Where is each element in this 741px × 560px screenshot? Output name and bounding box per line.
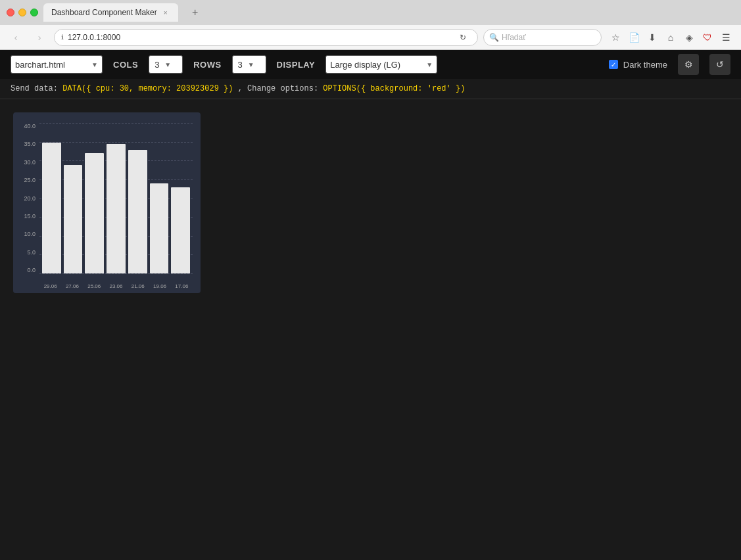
search-bar[interactable]: 🔍 Hľadať	[483, 29, 602, 46]
chart-bars	[39, 123, 193, 273]
nav-bar: ‹ › ℹ 127.0.0.1:8000 ↻ 🔍 Hľadať ☆ 📄 ⬇ ⌂ …	[0, 25, 741, 50]
chart-x-axis: 29.06 27.06 25.06 23.06 21.06 19.06 17.0…	[39, 283, 193, 289]
rows-label: ROWS	[193, 60, 221, 70]
info-data-code: DATA({ cpu: 30, memory: 203923029 })	[62, 84, 233, 93]
title-bar: Dashboard Component Maker × +	[0, 0, 741, 25]
display-arrow-icon: ▼	[426, 61, 433, 68]
cols-selector[interactable]: 3 ▼	[149, 55, 183, 74]
grid-line-bottom	[39, 273, 193, 274]
new-tab-button[interactable]: +	[186, 3, 204, 22]
y-label-5: 5.0	[27, 249, 36, 256]
bar-2706	[64, 165, 83, 273]
info-static-text: Send data:	[11, 84, 58, 93]
y-label-15: 15.0	[24, 213, 36, 220]
chart-y-axis: 40.0 35.0 30.0 25.0 20.0 15.0 10.0 5.0 0…	[13, 123, 39, 273]
main-content: 40.0 35.0 30.0 25.0 20.0 15.0 10.0 5.0 0…	[0, 99, 741, 494]
download-button[interactable]: ⬇	[644, 29, 661, 46]
tab-close-button[interactable]: ×	[161, 8, 170, 17]
file-selector[interactable]: barchart.html ▼	[11, 55, 103, 74]
rows-arrow-icon: ▼	[248, 61, 254, 68]
chart-container: 40.0 35.0 30.0 25.0 20.0 15.0 10.0 5.0 0…	[13, 112, 201, 293]
refresh-button[interactable]: ↺	[709, 54, 730, 75]
home-button[interactable]: ⌂	[662, 29, 679, 46]
app-toolbar: barchart.html ▼ COLS 3 ▼ ROWS 3 ▼ DISPLA…	[0, 50, 741, 79]
minimize-window-button[interactable]	[18, 9, 26, 16]
nav-icons: ☆ 📄 ⬇ ⌂ ◈ 🛡 ☰	[607, 29, 734, 46]
x-label-2506: 25.06	[87, 283, 101, 289]
search-icon: 🔍	[489, 33, 499, 42]
cols-value: 3	[155, 60, 159, 70]
reload-button[interactable]: ↻	[455, 30, 471, 45]
bar-2906	[42, 143, 61, 273]
back-icon: ‹	[14, 32, 18, 43]
y-label-40: 40.0	[24, 123, 36, 129]
x-label-1706: 17.06	[175, 283, 188, 289]
dark-theme-label: Dark theme	[623, 60, 667, 70]
browser-tab[interactable]: Dashboard Component Maker ×	[43, 3, 178, 22]
forward-icon: ›	[38, 32, 41, 43]
display-label: DISPLAY	[277, 60, 316, 70]
y-label-20: 20.0	[24, 195, 36, 202]
bar-2106	[128, 150, 147, 273]
pocket-button[interactable]: ◈	[681, 29, 698, 46]
menu-button[interactable]: ☰	[717, 29, 734, 46]
cols-label: COLS	[113, 60, 138, 70]
search-placeholder: Hľadať	[502, 33, 526, 42]
dark-theme-checkbox[interactable]: ✓	[609, 60, 618, 69]
rows-selector[interactable]: 3 ▼	[232, 55, 266, 74]
ublock-button[interactable]: 🛡	[699, 29, 716, 46]
refresh-icon: ↺	[716, 59, 724, 70]
info-bar: Send data: DATA({ cpu: 30, memory: 20392…	[0, 79, 741, 99]
reading-mode-button[interactable]: 📄	[625, 29, 642, 46]
y-label-30: 30.0	[24, 159, 36, 166]
bar-1906	[150, 183, 169, 273]
forward-button[interactable]: ›	[30, 28, 49, 47]
info-icon: ℹ	[61, 34, 64, 41]
rows-value: 3	[238, 60, 243, 70]
back-button[interactable]: ‹	[7, 28, 25, 47]
file-value: barchart.html	[15, 60, 65, 70]
settings-icon: ⚙	[684, 59, 693, 70]
settings-button[interactable]: ⚙	[678, 54, 699, 75]
y-label-10: 10.0	[24, 231, 36, 237]
bookmark-star-button[interactable]: ☆	[607, 29, 624, 46]
x-label-2106: 21.06	[131, 283, 145, 289]
file-select-arrow-icon: ▼	[91, 61, 98, 68]
y-label-0: 0.0	[27, 267, 36, 273]
info-separator: , Change options:	[238, 84, 318, 93]
dark-theme-toggle[interactable]: ✓ Dark theme	[609, 60, 667, 70]
display-value: Large display (LG)	[330, 60, 400, 70]
tab-title: Dashboard Component Maker	[51, 8, 157, 17]
bar-1706	[171, 187, 190, 273]
x-label-2906: 29.06	[44, 283, 57, 289]
bar-2506	[85, 153, 104, 273]
y-label-35: 35.0	[24, 141, 36, 147]
close-window-button[interactable]	[7, 9, 14, 16]
browser-chrome: Dashboard Component Maker × + ‹ › ℹ 127.…	[0, 0, 741, 50]
traffic-lights	[7, 9, 38, 16]
address-bar[interactable]: ℹ 127.0.0.1:8000 ↻	[54, 29, 478, 46]
display-selector[interactable]: Large display (LG) ▼	[325, 55, 437, 74]
url-display: 127.0.0.1:8000	[68, 33, 451, 42]
bar-2306	[107, 144, 126, 273]
x-label-2706: 27.06	[66, 283, 79, 289]
maximize-window-button[interactable]	[30, 9, 38, 16]
x-label-2306: 23.06	[109, 283, 122, 289]
cols-arrow-icon: ▼	[164, 61, 171, 68]
y-label-25: 25.0	[24, 177, 36, 183]
info-options-code: OPTIONS({ background: 'red' })	[323, 84, 465, 93]
x-label-1906: 19.06	[153, 283, 166, 289]
